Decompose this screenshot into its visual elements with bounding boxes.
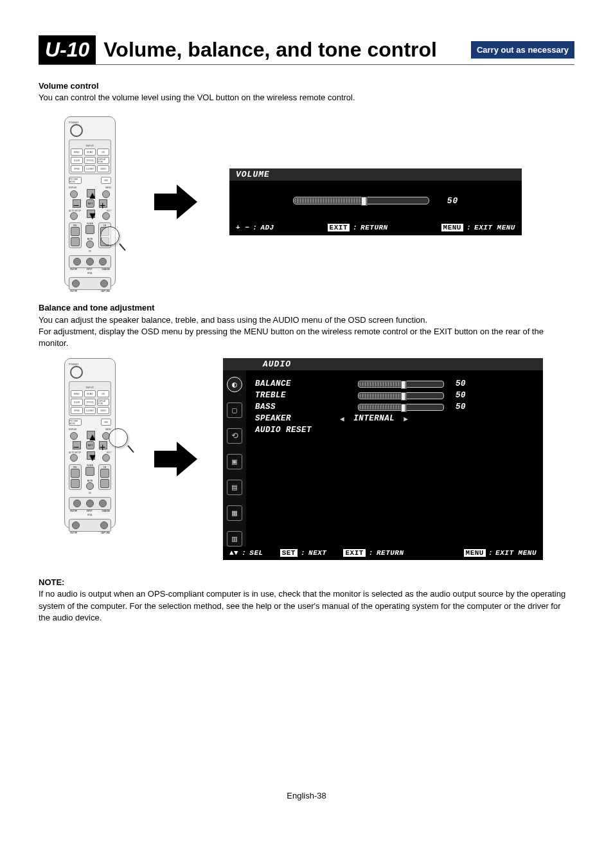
magnifier-icon [109, 428, 128, 448]
osd-audio-screenshot: AUDIO ◐ ▢ ⟲ ▣ ▤ ▦ ▥ BALANCE 50 [223, 358, 543, 560]
volume-slider [293, 197, 429, 204]
carry-out-box: Carry out as necessary [471, 41, 574, 59]
note-body: If no audio is output when an OPS-compli… [39, 588, 574, 624]
osd-audio-title: AUDIO [223, 358, 543, 370]
volume-control-body: You can control the volume level using t… [39, 92, 574, 104]
osd-volume-screenshot: VOLUME 50 + −:ADJ EXIT:RETURN MENU:EXIT … [229, 168, 522, 235]
balance-heading: Balance and tone adjustment [39, 302, 574, 314]
magnifier-icon [100, 226, 120, 246]
note-heading: NOTE: [39, 577, 574, 588]
tab-picture-icon: ▢ [227, 402, 242, 418]
tab-multi-icon: ▦ [227, 505, 242, 521]
balance-body-2: For adjustment, display the OSD menu by … [39, 326, 574, 349]
tab-pip-icon: ▣ [227, 454, 242, 469]
power-button-icon [70, 124, 83, 137]
section-title: Volume, balance, and tone control [103, 38, 471, 62]
volume-control-heading: Volume control [39, 80, 574, 92]
arrow-icon [154, 442, 197, 476]
tab-protect-icon: ▥ [227, 531, 242, 547]
page-number: English-38 [39, 791, 574, 800]
tab-schedule-icon: ⟲ [227, 428, 242, 444]
remote-illustration: POWER INPUT HDMI1HDMI2DVI D-SUBOPTIONDIS… [64, 116, 116, 287]
section-badge: U-10 [39, 35, 96, 64]
triangle-right-icon: ▶ [404, 415, 408, 423]
osd-volume-title: VOLUME [229, 168, 522, 181]
remote-illustration-2: POWER INPUT HDMI1HDMI2DVI D-SUBOPTIONDIS… [64, 358, 116, 529]
page-header: U-10 Volume, balance, and tone control C… [39, 35, 574, 65]
tab-osd-icon: ▤ [227, 480, 242, 495]
volume-value: 50 [447, 196, 459, 206]
balance-body-1: You can adjust the speaker balance, treb… [39, 314, 574, 326]
triangle-left-icon: ◀ [340, 415, 344, 423]
tab-audio-icon: ◐ [227, 377, 242, 392]
arrow-icon [154, 185, 197, 219]
osd-side-tabs: ◐ ▢ ⟲ ▣ ▤ ▦ ▥ [223, 370, 246, 547]
